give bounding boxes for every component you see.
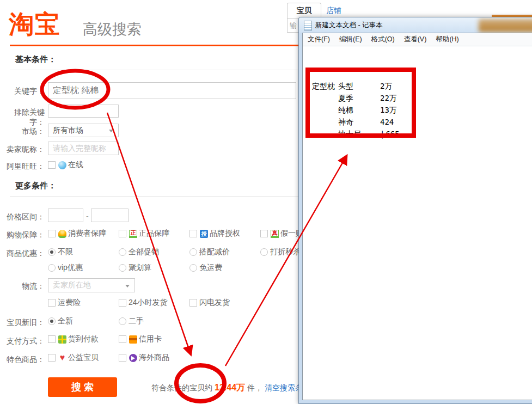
menu-edit[interactable]: 编辑(E) [339, 35, 362, 44]
option-promo-flash-sale[interactable]: 打折秒杀 [260, 248, 301, 256]
overseas-checkbox[interactable] [119, 354, 126, 362]
promo-bundle-radio[interactable] [189, 248, 197, 256]
promo-flash-sale-radio[interactable] [260, 248, 268, 256]
option-promo-juhuasuan[interactable]: 聚划算 [119, 264, 151, 272]
tab-item[interactable]: 宝贝 [287, 3, 321, 18]
notepad-text-area[interactable]: 定型枕 头型 2万 夏季 22万 纯棉 13万 神奇 424 [303, 46, 532, 140]
promo-free-shipping-radio[interactable] [189, 264, 197, 272]
option-overseas-item[interactable]: 海外商品 [119, 353, 169, 362]
brand-authorization-checkbox[interactable] [189, 230, 197, 237]
menu-format[interactable]: 格式(O) [371, 35, 395, 44]
chevron-down-icon [125, 285, 130, 287]
notepad-count: 665 [386, 128, 399, 140]
option-lightning-shipping[interactable]: 闪电发货 [189, 298, 230, 307]
notepad-count: 2万 [380, 80, 392, 92]
option-promo-all[interactable]: 全部促销 [119, 248, 159, 256]
option-cash-on-delivery[interactable]: 货到付款 [48, 335, 99, 344]
promo-juhuasuan-radio[interactable] [119, 264, 126, 272]
option-label: 二手 [129, 316, 144, 326]
cod-gift-icon [58, 335, 66, 344]
consumer-protection-icon [58, 230, 66, 238]
page-title: 高级搜索 [83, 20, 142, 39]
option-label: 品牌授权 [210, 229, 240, 238]
option-label: 海外商品 [139, 353, 169, 363]
price-max-input[interactable] [91, 209, 129, 222]
option-credit-card[interactable]: 信用卡 [119, 335, 162, 344]
option-second-hand[interactable]: 二手 [119, 317, 144, 326]
menu-help[interactable]: 帮助(H) [436, 35, 458, 44]
notepad-term: 头型 [338, 80, 380, 92]
notepad-term: 神奇 [338, 116, 380, 128]
option-authentic-guarantee[interactable]: 正 正品保障 [119, 229, 169, 238]
promo-all-radio[interactable] [119, 248, 126, 256]
cod-checkbox[interactable] [48, 335, 56, 343]
seller-nickname-placeholder: 请输入完整昵称 [53, 144, 106, 154]
tab-shop[interactable]: 店铺 [326, 6, 341, 16]
market-value: 所有市场 [53, 126, 83, 136]
result-line: 符合条件的宝贝约 13.44万 件， 清空搜索条件 [151, 382, 310, 394]
notepad-count: 22万 [380, 92, 397, 104]
notepad-term: 纯棉 [338, 104, 380, 116]
notepad-client-area: 文件(F) 编辑(E) 格式(O) 查看(V) 帮助(H) 定型枕 头型 2万 … [302, 33, 532, 400]
option-label: 免运费 [199, 263, 222, 273]
option-label: 消费者保障 [68, 229, 106, 238]
keyword-input[interactable]: 定型枕 纯棉 [48, 82, 296, 99]
lightning-shipping-checkbox[interactable] [189, 299, 197, 307]
notepad-term: 迪士尼 [338, 128, 380, 140]
exclude-keyword-input[interactable] [48, 105, 119, 118]
menu-view[interactable]: 查看(V) [404, 35, 427, 44]
authentic-guarantee-checkbox[interactable] [119, 230, 126, 237]
notepad-count: 13万 [380, 104, 397, 116]
screen: 淘宝 高级搜索 宝贝 店铺 输 基本条件： 关键字： 定型枕 纯棉 排除关键字：… [0, 0, 532, 404]
brand-new-radio[interactable] [48, 317, 56, 325]
search-button[interactable]: 搜 索 [48, 377, 117, 397]
option-label: 搭配减价 [199, 247, 230, 257]
fake-compensation-icon: 真 [271, 230, 279, 238]
promo-vip-radio[interactable] [48, 264, 56, 272]
option-label: 运费险 [58, 298, 81, 308]
charity-checkbox[interactable] [48, 354, 56, 362]
option-brand-authorization[interactable]: 授 品牌授权 [189, 229, 240, 238]
freight-insurance-checkbox[interactable] [48, 299, 56, 307]
notepad-titlebar[interactable]: 新建文本文档 - 记事本 [299, 17, 532, 33]
consumer-protection-checkbox[interactable] [48, 230, 56, 237]
notepad-line: 神奇 424 [312, 116, 532, 128]
second-hand-radio[interactable] [119, 317, 126, 325]
price-min-input[interactable] [48, 209, 83, 222]
fake-compensation-checkbox[interactable] [260, 230, 268, 237]
24h-shipping-checkbox[interactable] [119, 299, 126, 307]
market-label: 市场： [0, 127, 45, 137]
notepad-line: 迪士尼 | 665 [312, 128, 532, 140]
option-brand-new[interactable]: 全新 [48, 317, 73, 326]
promo-unlimited-radio[interactable] [48, 248, 56, 256]
price-dash: - [86, 212, 89, 221]
option-label: 公益宝贝 [68, 353, 99, 363]
credit-card-checkbox[interactable] [119, 335, 126, 343]
price-range-label: 价格区间： [0, 212, 45, 222]
market-select[interactable]: 所有市场 [48, 124, 119, 137]
option-label: 正品保障 [139, 229, 169, 238]
option-label: 不限 [58, 247, 73, 257]
wangwang-online-checkbox[interactable] [48, 161, 56, 169]
glass-blur-orange-button [479, 19, 532, 32]
option-promo-unlimited[interactable]: 不限 [48, 248, 73, 256]
wangwang-online-option[interactable]: 在线 [48, 161, 83, 169]
option-promo-bundle[interactable]: 搭配减价 [189, 248, 230, 256]
payment-label: 支付方式： [0, 336, 45, 346]
notepad-menubar: 文件(F) 编辑(E) 格式(O) 查看(V) 帮助(H) [303, 33, 532, 46]
menu-file[interactable]: 文件(F) [308, 35, 330, 44]
option-label: 24小时发货 [129, 298, 168, 308]
result-count: 13.44万 [215, 382, 245, 394]
option-promo-free-shipping[interactable]: 免运费 [189, 264, 222, 272]
option-24h-shipping[interactable]: 24小时发货 [119, 298, 168, 307]
option-promo-vip[interactable]: vip优惠 [48, 264, 83, 272]
option-label: 打折秒杀 [270, 247, 301, 257]
credit-card-icon [129, 335, 137, 344]
logistics-select[interactable]: 卖家所在地 [48, 278, 135, 292]
option-freight-insurance[interactable]: 运费险 [48, 298, 81, 307]
seller-nickname-input[interactable]: 请输入完整昵称 [48, 142, 119, 155]
option-consumer-protection[interactable]: 消费者保障 [48, 229, 106, 238]
special-label: 特色商品： [0, 355, 45, 365]
keyword-label: 关键字： [0, 87, 45, 96]
option-charity-item[interactable]: ♥ 公益宝贝 [48, 353, 99, 362]
